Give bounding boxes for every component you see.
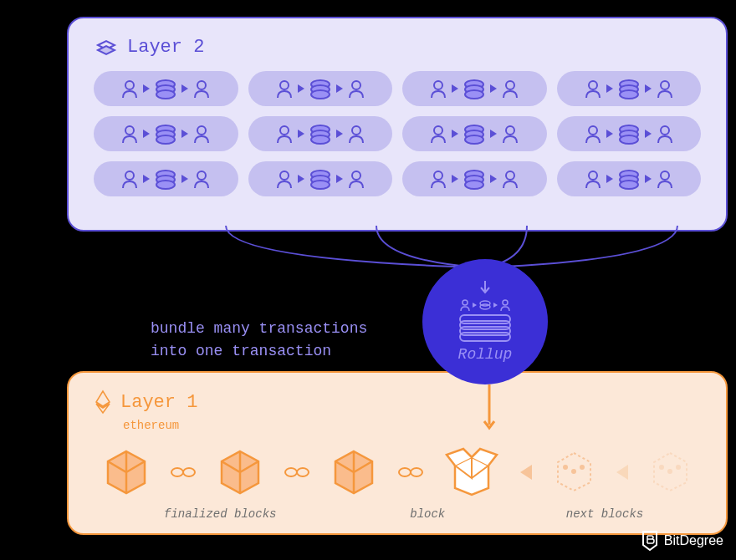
svg-point-39 <box>661 126 669 135</box>
svg-point-30 <box>434 126 442 135</box>
person-icon <box>657 79 673 98</box>
svg-point-75 <box>563 465 568 470</box>
transaction-pill <box>557 161 702 196</box>
open-box-icon <box>442 445 501 499</box>
person-icon <box>276 125 293 143</box>
svg-point-34 <box>506 126 514 135</box>
svg-point-44 <box>197 171 206 180</box>
transaction-pill <box>94 71 238 106</box>
person-icon <box>193 79 210 98</box>
coin-stack-icon <box>309 168 331 190</box>
svg-rect-66 <box>460 327 510 335</box>
svg-point-15 <box>589 81 597 89</box>
layer1-title: Layer 1 <box>120 392 197 413</box>
arrow-right-icon <box>143 84 150 93</box>
transaction-pill <box>248 71 393 106</box>
transaction-pill <box>557 116 702 151</box>
next-block-icon <box>647 449 693 495</box>
svg-point-29 <box>352 126 360 135</box>
person-icon <box>460 299 470 311</box>
watermark: BitDegree <box>640 530 723 552</box>
coin-stack-icon <box>155 123 176 145</box>
person-icon <box>585 170 601 188</box>
coin-stack-icon <box>479 299 491 311</box>
finalized-block-icon <box>215 447 265 497</box>
arrow-right-icon <box>645 175 652 183</box>
svg-point-45 <box>280 171 289 180</box>
person-icon <box>348 170 365 188</box>
block-labels: finalized blocks block next blocks <box>94 507 701 521</box>
svg-point-49 <box>352 171 360 180</box>
arrow-left-icon <box>520 465 532 480</box>
person-icon <box>348 79 365 98</box>
svg-point-18 <box>620 90 638 99</box>
svg-point-25 <box>280 126 289 135</box>
svg-point-3 <box>156 90 175 99</box>
layer2-title: Layer 2 <box>127 37 204 58</box>
svg-rect-65 <box>460 321 510 329</box>
person-icon <box>276 79 293 98</box>
person-icon <box>193 170 210 188</box>
chain-link-icon <box>171 465 196 480</box>
arrow-down-to-block <box>481 384 498 435</box>
arrow-right-icon <box>606 84 613 93</box>
coin-stack-icon <box>155 168 176 190</box>
svg-point-0 <box>125 81 134 89</box>
person-icon <box>430 79 447 98</box>
layer1-subtitle: ethereum <box>123 419 701 432</box>
rollup-label: Rollup <box>458 346 513 363</box>
svg-point-40 <box>125 171 134 180</box>
rollup-tx-pill <box>455 298 515 313</box>
svg-point-73 <box>411 468 422 476</box>
svg-point-70 <box>285 468 297 476</box>
arrow-right-icon <box>181 84 188 93</box>
blocks-row <box>94 445 701 499</box>
bitdegree-logo-icon <box>640 530 660 552</box>
svg-point-55 <box>589 171 597 180</box>
svg-point-33 <box>465 135 483 144</box>
finalized-block-icon <box>329 447 379 497</box>
chain-link-icon <box>284 465 309 480</box>
person-icon <box>121 125 138 143</box>
svg-point-8 <box>311 90 330 99</box>
svg-point-62 <box>480 304 490 309</box>
svg-point-19 <box>661 81 669 89</box>
arrow-right-icon <box>493 303 498 308</box>
transaction-pill <box>402 116 547 151</box>
svg-point-77 <box>667 469 672 474</box>
arrow-right-icon <box>606 130 613 138</box>
svg-point-59 <box>661 171 669 180</box>
arrow-right-icon <box>606 175 613 183</box>
person-icon <box>502 79 519 98</box>
arrow-right-icon <box>336 84 343 93</box>
person-icon <box>276 170 293 188</box>
coin-stack-icon <box>155 78 176 99</box>
bundle-line1: bundle many transactions <box>151 318 367 340</box>
svg-point-13 <box>465 90 483 99</box>
layer2-panel: Layer 2 <box>67 17 728 232</box>
arrow-right-icon <box>473 303 477 308</box>
svg-rect-64 <box>460 315 510 323</box>
coin-stack-icon <box>463 168 485 190</box>
svg-point-14 <box>506 81 514 89</box>
svg-point-10 <box>434 81 442 89</box>
coin-stack-icon <box>618 168 640 190</box>
person-icon <box>585 125 601 143</box>
svg-point-53 <box>465 181 483 189</box>
svg-point-63 <box>503 300 508 305</box>
svg-point-60 <box>463 300 468 305</box>
arrow-right-icon <box>452 175 458 183</box>
transaction-pill <box>248 116 393 151</box>
coin-stack-icon <box>309 123 331 145</box>
person-icon <box>348 125 365 143</box>
coin-stack-icon <box>463 78 485 99</box>
transaction-pill <box>402 71 547 106</box>
svg-point-35 <box>589 126 597 135</box>
svg-point-58 <box>620 181 638 189</box>
svg-point-24 <box>197 126 206 135</box>
arrow-right-icon <box>336 175 343 183</box>
coin-stack-icon <box>618 123 640 145</box>
next-label: next blocks <box>514 507 696 521</box>
transaction-pill <box>94 161 238 196</box>
svg-point-76 <box>580 465 585 470</box>
